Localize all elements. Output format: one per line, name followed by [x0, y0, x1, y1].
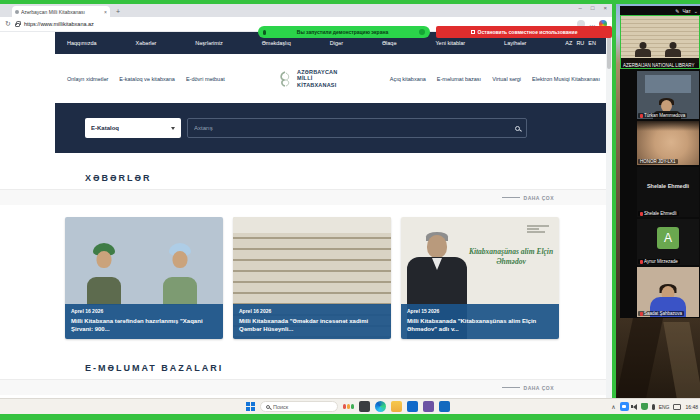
subnav-onlayn-xidmetler[interactable]: Onlayn xidmətlər: [67, 76, 108, 82]
subnav-aciq-kitabxana[interactable]: Açıq kitabxana: [390, 76, 426, 82]
scrollbar-thumb[interactable]: [607, 35, 611, 69]
language-indicator[interactable]: ENG: [659, 404, 670, 410]
news-card-2[interactable]: Aprel 16 2026 Milli Kitabxanada "Əməkdar…: [233, 217, 391, 339]
participant-name-label: Saadat Şahbazova: [638, 311, 684, 316]
store-icon[interactable]: [407, 401, 418, 412]
news-more-link[interactable]: DAHA ÇOX: [524, 195, 554, 201]
screenshare-border-top: [0, 0, 700, 4]
news-heading: XƏBƏRLƏR: [85, 173, 612, 183]
participant-tile[interactable]: Shelale Ehmedli Shelale Ehmedli: [637, 167, 699, 217]
new-tab-button[interactable]: +: [116, 7, 120, 17]
lang-ru[interactable]: RU: [576, 40, 584, 46]
minimize-icon[interactable]: –: [579, 5, 582, 11]
keyboard-icon[interactable]: [673, 404, 681, 410]
chat-button[interactable]: Чат: [683, 8, 691, 14]
news-card-3[interactable]: Kitabxanaşünas alim Elçin Əhmədov Aprel …: [401, 217, 559, 339]
news-card-1[interactable]: Aprel 16 2026 Milli Kitabxana tərəfindən…: [65, 217, 223, 339]
collapse-chevron-icon[interactable]: ⌄: [694, 8, 698, 14]
participant-tile[interactable]: Saadat Şahbazova: [637, 267, 699, 317]
tray-chevron-up-icon[interactable]: ∧: [611, 403, 615, 410]
subnav-elektron-musiqi[interactable]: Elektron Musiqi Kitabxanası: [532, 76, 600, 82]
suit-figure-head: [427, 235, 447, 258]
favicon: [15, 10, 19, 14]
nav-elaqe[interactable]: Əlaqə: [382, 40, 397, 46]
news-more-row: DAHA ÇOX: [0, 189, 612, 205]
participant-tile[interactable]: A Aynur Mirzezade: [637, 219, 699, 265]
search-category-select[interactable]: E-Kataloq: [85, 118, 181, 138]
portrait-figure-left: [81, 239, 127, 305]
photos-icon[interactable]: [423, 401, 434, 412]
search-box: [187, 118, 527, 138]
nav-diger[interactable]: Digər: [330, 40, 343, 46]
participant-name-label: Türkan Məmmədova: [638, 113, 687, 118]
taskbar-center: Поиск: [246, 401, 450, 412]
search-input[interactable]: [194, 125, 515, 131]
mic-icon: [263, 30, 266, 35]
participant-tile[interactable]: Türkan Məmmədova: [637, 71, 699, 119]
news-card-2-title[interactable]: Milli Kitabxanada "Əməkdar incəsənət xad…: [239, 317, 385, 333]
outlook-icon[interactable]: [439, 401, 450, 412]
lang-en[interactable]: EN: [588, 40, 596, 46]
close-window-icon[interactable]: ×: [603, 5, 607, 11]
nav-yeni-kitablar[interactable]: Yeni kitablar: [435, 40, 465, 46]
lang-az[interactable]: AZ: [565, 40, 572, 46]
dash-line: [502, 387, 520, 388]
muted-mic-icon: [640, 114, 643, 118]
annotate-pencil-icon[interactable]: ✎: [675, 8, 679, 14]
nav-emekdasliq[interactable]: Əməkdaşlıq: [262, 40, 291, 46]
news-card-2-overlay: Aprel 16 2026 Milli Kitabxanada "Əməkdar…: [233, 304, 391, 339]
zoom-app-icon[interactable]: [620, 402, 629, 411]
subnav-e-kataloq[interactable]: E-kataloq və kitabxana: [119, 76, 175, 82]
task-view-people-icon[interactable]: [343, 404, 354, 409]
desktop-wallpaper: ✎ Чат ⌄ AZERBAIJAN NATIONAL LIBRARY: [616, 4, 700, 398]
maximize-icon[interactable]: □: [591, 5, 595, 11]
meeting-video-panel: ✎ Чат ⌄ AZERBAIJAN NATIONAL LIBRARY: [620, 6, 700, 318]
person-silhouette: [665, 42, 681, 57]
antivirus-shield-icon[interactable]: [641, 403, 648, 410]
participant-name-label: HONOR JDY-LX1: [638, 159, 678, 164]
subnav-e-melumat-bazasi[interactable]: E-məlumat bazası: [437, 76, 481, 82]
news-card-3-title[interactable]: Milli Kitabxanada "Kitabxanaşünas alim E…: [407, 317, 553, 333]
subnav-e-dovri-metbuat[interactable]: E-dövri mətbuat: [186, 76, 225, 82]
databases-more-link[interactable]: DAHA ÇOX: [524, 385, 554, 391]
screenshare-border-bottom: [0, 414, 700, 420]
stop-share-button[interactable]: Остановить совместное использование: [436, 26, 612, 38]
reload-icon[interactable]: ↻: [5, 20, 11, 28]
clock[interactable]: 16:48: [685, 404, 698, 410]
site-logo[interactable]: AZƏRBAYCAN MİLLİ KİTABXANASI: [277, 69, 337, 88]
taskbar-search[interactable]: Поиск: [260, 401, 338, 412]
nav-nesrlerimiz[interactable]: Nəşrlərimiz: [195, 40, 223, 46]
search-band: E-Kataloq: [55, 103, 612, 153]
speaker-icon[interactable]: [633, 404, 637, 410]
stop-icon: [471, 30, 475, 34]
portrait-figure-right: [157, 239, 203, 305]
subnav-virtual-sergi[interactable]: Virtual sərgi: [492, 76, 521, 82]
nav-xeberler[interactable]: Xəbərlər: [136, 40, 157, 46]
tab-title: Azərbaycan Milli Kitabxanası: [21, 9, 102, 15]
muted-mic-icon: [640, 212, 643, 216]
participant-tile-active[interactable]: AZERBAIJAN NATIONAL LIBRARY: [620, 15, 700, 69]
window-controls: – □ ×: [579, 5, 607, 11]
lock-icon[interactable]: [15, 23, 20, 27]
news-card-1-title[interactable]: Milli Kitabxana tərəfindən hazırlanmış "…: [71, 317, 217, 333]
banner-menu-icon[interactable]: [419, 29, 425, 35]
language-switcher: AZ RU EN: [565, 40, 596, 46]
nav-haqqimizda[interactable]: Haqqımızda: [67, 40, 97, 46]
site-logo-text: AZƏRBAYCAN MİLLİ KİTABXANASI: [297, 69, 337, 88]
nav-layiheler[interactable]: Layihələr: [504, 40, 526, 46]
browser-tab[interactable]: Azərbaycan Milli Kitabxanası ×: [12, 6, 110, 17]
news-card-3-overlay: Aprel 15 2026 Milli Kitabxanada "Kitabxa…: [401, 304, 559, 339]
muted-mic-icon: [640, 312, 643, 316]
wallpaper-rock-shadow: [616, 304, 666, 398]
start-button[interactable]: [246, 402, 255, 411]
subnav-right: Açıq kitabxana E-məlumat bazası Virtual …: [390, 76, 600, 82]
video-panel-header: ✎ Чат ⌄: [620, 6, 700, 15]
file-explorer-icon[interactable]: [391, 401, 402, 412]
participant-tile[interactable]: HONOR JDY-LX1: [637, 121, 699, 165]
search-icon[interactable]: [515, 126, 520, 131]
close-tab-icon[interactable]: ×: [104, 9, 107, 15]
system-tray: ∧ ENG 16:48: [611, 402, 698, 411]
dark-app-icon[interactable]: [359, 401, 370, 412]
microphone-icon[interactable]: [652, 404, 655, 410]
edge-icon[interactable]: [375, 401, 386, 412]
